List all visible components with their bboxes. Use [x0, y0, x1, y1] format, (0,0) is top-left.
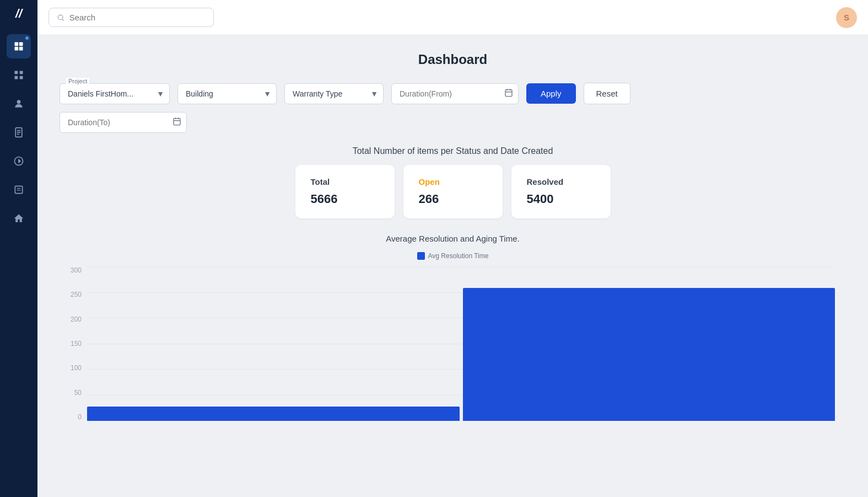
- content-area: Dashboard Project Daniels FirstHom... ▼ …: [37, 35, 868, 497]
- sidebar-item-grid[interactable]: [7, 63, 31, 87]
- sidebar: //: [0, 0, 37, 497]
- svg-rect-2: [15, 47, 19, 51]
- stat-value-total: 5666: [311, 192, 379, 206]
- svg-rect-5: [20, 71, 23, 74]
- svg-rect-6: [15, 76, 18, 79]
- stat-label-open: Open: [419, 177, 487, 186]
- svg-point-16: [58, 15, 63, 20]
- warranty-type-filter[interactable]: Warranty Type ▼: [284, 83, 384, 104]
- duration-to-filter[interactable]: [60, 112, 187, 133]
- sidebar-item-notes[interactable]: [7, 178, 31, 202]
- sidebar-item-person[interactable]: [7, 92, 31, 116]
- chart-section-title: Average Resolution and Aging Time.: [60, 234, 846, 243]
- main-area: S Dashboard Project Daniels FirstHom... …: [37, 0, 868, 497]
- sidebar-item-home[interactable]: [7, 206, 31, 231]
- bar-2: [463, 288, 835, 421]
- svg-rect-1: [19, 42, 23, 46]
- stat-card-open: Open 266: [403, 165, 503, 218]
- page-title: Dashboard: [60, 52, 846, 67]
- sidebar-item-launch[interactable]: [7, 149, 31, 173]
- chart-area: 0 50 100 150 200 250 300: [60, 266, 846, 421]
- home-icon: [13, 213, 24, 224]
- chart-legend: Avg Resolution Time: [60, 252, 846, 260]
- grid-icon: [13, 70, 24, 81]
- building-select[interactable]: Building: [177, 83, 277, 104]
- svg-point-8: [17, 100, 21, 104]
- bar-group-1: [87, 407, 459, 421]
- search-box[interactable]: [48, 8, 214, 27]
- svg-rect-4: [15, 71, 18, 74]
- stat-card-resolved: Resolved 5400: [511, 165, 611, 218]
- bar-1: [87, 407, 459, 421]
- avatar: S: [836, 7, 857, 28]
- notes-icon: [13, 184, 24, 195]
- filters-row-1: Project Daniels FirstHom... ▼ Building ▼…: [60, 83, 846, 104]
- svg-rect-3: [19, 47, 23, 51]
- duration-to-input[interactable]: [60, 112, 187, 133]
- project-label: Project: [66, 78, 89, 84]
- app-logo: //: [15, 7, 22, 21]
- bar-group-2: [463, 288, 835, 421]
- stats-row: Total 5666 Open 266 Resolved 5400: [60, 165, 846, 218]
- launch-icon: [13, 156, 24, 167]
- search-input[interactable]: [69, 13, 206, 22]
- dashboard-icon: [13, 41, 24, 52]
- svg-rect-13: [15, 186, 22, 193]
- sidebar-item-document[interactable]: [7, 120, 31, 145]
- chart-bars-container: [87, 266, 835, 421]
- legend-label-resolution: Avg Resolution Time: [428, 252, 489, 260]
- person-icon: [13, 98, 24, 109]
- filters-row-2: [60, 112, 846, 133]
- duration-from-input[interactable]: [391, 83, 519, 104]
- sidebar-item-dashboard[interactable]: [7, 34, 31, 58]
- svg-rect-7: [20, 76, 23, 79]
- search-icon: [57, 13, 65, 22]
- legend-dot-blue: [417, 252, 425, 260]
- stat-card-total: Total 5666: [295, 165, 395, 218]
- stat-label-total: Total: [311, 177, 379, 186]
- apply-button[interactable]: Apply: [526, 83, 576, 104]
- svg-rect-0: [15, 42, 19, 46]
- stats-section-title: Total Number of items per Status and Dat…: [60, 146, 846, 156]
- legend-item-resolution: Avg Resolution Time: [417, 252, 489, 260]
- stat-value-resolved: 5400: [527, 192, 595, 206]
- project-select[interactable]: Daniels FirstHom...: [60, 83, 170, 104]
- chart-y-axis: 0 50 100 150 200 250 300: [71, 266, 87, 421]
- document-icon: [13, 127, 24, 138]
- chart-wrapper: 0 50 100 150 200 250 300: [71, 266, 835, 421]
- active-dot: [25, 36, 29, 40]
- warranty-type-select[interactable]: Warranty Type: [284, 83, 384, 104]
- duration-from-filter[interactable]: [391, 83, 519, 104]
- stat-value-open: 266: [419, 192, 487, 206]
- project-filter[interactable]: Project Daniels FirstHom... ▼: [60, 83, 170, 104]
- bars-row: [87, 266, 835, 421]
- header: S: [37, 0, 868, 35]
- reset-button[interactable]: Reset: [584, 83, 630, 104]
- building-filter[interactable]: Building ▼: [177, 83, 277, 104]
- stat-label-resolved: Resolved: [527, 177, 595, 186]
- svg-line-17: [62, 19, 64, 20]
